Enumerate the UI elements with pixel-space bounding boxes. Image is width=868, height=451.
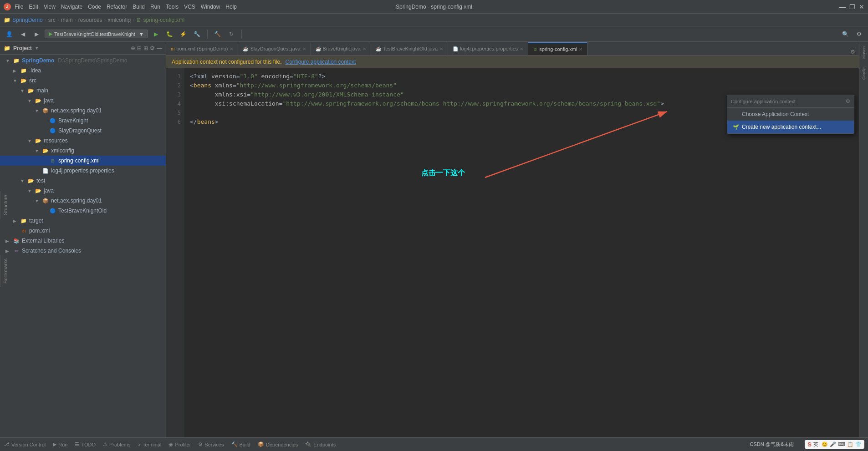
terminal-btn[interactable]: > Terminal [138, 442, 161, 447]
tree-main[interactable]: ▼ 📂 main [0, 86, 166, 96]
close-button[interactable]: ✕ [859, 3, 864, 10]
menu-build[interactable]: Build [133, 4, 145, 10]
run-config-selector[interactable]: ▶ TestBraveKnightOld.testBraveKnight ▼ [45, 30, 148, 38]
main-arrow: ▼ [20, 88, 26, 93]
problems-btn[interactable]: ⚠ Problems [103, 441, 130, 447]
build-btn[interactable]: 🔨 Build [231, 441, 250, 447]
menu-help[interactable]: Help [225, 4, 237, 10]
tree-log4j[interactable]: 📄 log4j.properties.properties [0, 166, 166, 176]
menu-view[interactable]: View [44, 4, 56, 10]
tree-slaydragon[interactable]: 🔵 SlayDragonQuest [0, 126, 166, 136]
run-button[interactable]: ▶ [151, 29, 162, 40]
tree-braveknight[interactable]: 🔵 BraveKnight [0, 116, 166, 126]
editor-content[interactable]: 1 2 3 4 5 6 <?xml version="1.0" encoding… [166, 68, 859, 437]
tree-resources[interactable]: ▼ 📂 resources [0, 136, 166, 146]
menu-run[interactable]: Run [150, 4, 160, 10]
tree-xmlconfig[interactable]: ▼ 📂 xmlconfig [0, 146, 166, 156]
breadcrumb-resources[interactable]: resources [78, 17, 102, 23]
tree-src[interactable]: ▼ 📂 src [0, 76, 166, 86]
breadcrumb-src[interactable]: src [48, 17, 56, 23]
menu-tools[interactable]: Tools [166, 4, 179, 10]
menu-window[interactable]: Window [201, 4, 220, 10]
menu-edit[interactable]: Edit [29, 4, 38, 10]
tree-target[interactable]: ▶ 📁 target [0, 216, 166, 226]
tab-sc-close[interactable]: ✕ [579, 47, 582, 52]
tree-test-package[interactable]: ▼ 📦 net.aex.spring.day01 [0, 196, 166, 206]
menu-navigate[interactable]: Navigate [61, 4, 82, 10]
tab-sd-close[interactable]: ✕ [302, 46, 306, 51]
dropdown-gear-icon[interactable]: ⚙ [846, 98, 850, 104]
configure-link[interactable]: Configure application context [285, 59, 356, 65]
minimize-button[interactable]: — [839, 3, 846, 10]
project-panel-chevron[interactable]: ▼ [35, 46, 39, 51]
dependencies-btn[interactable]: 📦 Dependencies [258, 441, 298, 447]
tree-pom[interactable]: m pom.xml [0, 226, 166, 236]
maximize-button[interactable]: ❐ [849, 3, 855, 10]
services-btn[interactable]: ⚙ Services [198, 441, 224, 447]
dropdown-choose-context[interactable]: Choose Application Context [727, 108, 854, 121]
tab-slaydragon[interactable]: ☕ SlayDragonQuest.java ✕ [238, 42, 311, 55]
toolbar-back-btn[interactable]: 👤 [4, 29, 15, 40]
menu-code[interactable]: Code [88, 4, 101, 10]
debug-button[interactable]: 🐛 [164, 29, 175, 40]
tab-log4j-close[interactable]: ✕ [520, 46, 523, 51]
coverage-button[interactable]: ⚡ [178, 29, 189, 40]
profiler-btn[interactable]: ◉ Profiler [168, 441, 191, 447]
expand-all-btn[interactable]: ⊞ [143, 45, 148, 51]
tab-bk-close[interactable]: ✕ [363, 46, 366, 51]
sync-button[interactable]: ↻ [226, 29, 237, 40]
tree-idea[interactable]: ▶ 📁 .idea [0, 66, 166, 76]
tabs-gear-icon[interactable]: ⚙ [850, 49, 855, 55]
locate-file-btn[interactable]: ⊕ [131, 45, 135, 51]
tree-springconfig[interactable]: 🗎 spring-config.xml [0, 156, 166, 166]
breadcrumb-main[interactable]: main [61, 17, 73, 23]
run-btn[interactable]: ▶ Run [53, 441, 67, 447]
todo-btn[interactable]: ☰ TODO [75, 441, 96, 447]
breadcrumb-project[interactable]: SpringDemo [12, 17, 43, 23]
dropdown-create-context[interactable]: 🌱 Create new application context... [727, 121, 854, 133]
tree-ext-lib[interactable]: ▶ 📚 External Libraries [0, 236, 166, 246]
sogou-lang[interactable]: 英· [813, 441, 820, 448]
toolbar-nav-forward[interactable]: ▶ [31, 29, 42, 40]
tree-test[interactable]: ▼ 📂 test [0, 176, 166, 186]
right-sidebar-gradle[interactable]: Gradle [861, 64, 867, 82]
tab-springconfig[interactable]: 🗎 spring-config.xml ✕ [528, 42, 587, 55]
line-num-5: 5 [166, 108, 181, 117]
right-sidebar-maven[interactable]: Maven [861, 43, 867, 61]
tab-log4j[interactable]: 📄 log4j.properties.properties ✕ [448, 42, 528, 55]
sogou-mic-icon[interactable]: 🎤 [830, 441, 836, 447]
dep-label: Dependencies [266, 442, 298, 447]
tree-scratches[interactable]: ▶ ✏ Scratches and Consoles [0, 246, 166, 256]
tree-root[interactable]: ▼ 📁 SpringDemo D:\SpringDemo\SpringDemo [0, 56, 166, 66]
tab-braveknight[interactable]: ☕ BraveKnight.java ✕ [311, 42, 371, 55]
structure-tab[interactable]: Structure [0, 191, 9, 219]
tab-tbk-close[interactable]: ✕ [439, 46, 443, 51]
tree-package1[interactable]: ▼ 📦 net.aex.spring.day01 [0, 106, 166, 116]
build-button[interactable]: 🔨 [212, 29, 223, 40]
tree-java[interactable]: ▼ 📂 java [0, 96, 166, 106]
tab-pom[interactable]: m pom.xml (SpringDemo) ✕ [166, 42, 238, 55]
sogou-emoji-icon[interactable]: 😊 [822, 441, 828, 447]
sogou-settings-icon[interactable]: 📋 [847, 441, 853, 447]
breadcrumb-xmlconfig[interactable]: xmlconfig [107, 17, 131, 23]
tree-testbk[interactable]: 🔵 TestBraveKnightOld [0, 206, 166, 216]
tree-test-java[interactable]: ▼ 📂 java [0, 186, 166, 196]
collapse-all-btn[interactable]: ⊟ [137, 45, 142, 51]
menu-vcs[interactable]: VCS [184, 4, 195, 10]
panel-settings-btn[interactable]: ⚙ [150, 45, 155, 51]
sogou-skin-icon[interactable]: 👕 [855, 441, 862, 447]
profile-button[interactable]: 🔧 [192, 29, 203, 40]
bookmarks-tab[interactable]: Bookmarks [0, 255, 9, 287]
panel-hide-btn[interactable]: — [157, 45, 162, 51]
version-control-btn[interactable]: ⎇ Version Control [4, 441, 46, 447]
endpoints-btn[interactable]: 🔌 Endpoints [305, 441, 336, 447]
tab-testbk[interactable]: ☕ TestBraveKnightOld.java ✕ [371, 42, 448, 55]
settings-btn[interactable]: ⚙ [853, 29, 864, 40]
toolbar-nav-back[interactable]: ◀ [17, 29, 28, 40]
search-everywhere-btn[interactable]: 🔍 [840, 29, 851, 40]
sogou-keyboard-icon[interactable]: ⌨ [838, 441, 845, 447]
res-label: resources [44, 137, 68, 144]
tab-pom-close[interactable]: ✕ [230, 46, 233, 51]
menu-refactor[interactable]: Refactor [107, 4, 127, 10]
menu-file[interactable]: File [15, 4, 23, 10]
